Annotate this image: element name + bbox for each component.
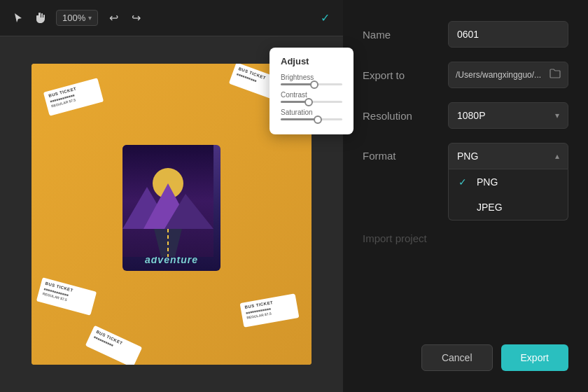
brightness-slider[interactable] <box>281 83 342 85</box>
resolution-label: Resolution <box>363 110 440 122</box>
name-value: 0601 <box>457 29 479 40</box>
name-input[interactable]: 0601 <box>448 21 568 48</box>
png-option-label: PNG <box>477 176 498 188</box>
resolution-chevron-icon: ▾ <box>555 111 559 120</box>
settings-icon[interactable]: ✓ <box>318 11 332 25</box>
export-to-label: Export to <box>363 69 440 81</box>
saturation-slider[interactable] <box>281 118 342 120</box>
export-to-input[interactable]: /Users/wangxingguo/... <box>448 62 568 88</box>
import-project-row: Import project <box>363 232 568 244</box>
zoom-control[interactable]: 100% ▾ <box>56 10 98 26</box>
png-checkmark-icon: ✓ <box>458 176 470 188</box>
contrast-row: Contrast <box>281 91 342 103</box>
adjust-panel: Adjust Brightness Contrast Saturation <box>270 48 354 134</box>
redo-icon[interactable]: ↪ <box>129 11 143 25</box>
contrast-slider[interactable] <box>281 101 342 103</box>
ticket-1: BUS TICKET ■■■■■■■■■■■■ REGULAR $7.5 <box>43 78 104 116</box>
folder-icon <box>550 69 561 81</box>
resolution-field-row: Resolution 1080P ▾ <box>363 102 568 129</box>
hand-tool-icon[interactable] <box>34 11 48 25</box>
export-button[interactable]: Export <box>501 344 568 371</box>
export-to-field-row: Export to /Users/wangxingguo/... <box>363 62 568 88</box>
center-artwork: ADventure <box>122 145 220 271</box>
saturation-row: Saturation <box>281 108 342 120</box>
format-select[interactable]: PNG ▴ <box>448 143 568 169</box>
saturation-label: Saturation <box>281 108 342 116</box>
resolution-select[interactable]: 1080P ▾ <box>448 102 568 129</box>
cancel-button[interactable]: Cancel <box>421 344 493 371</box>
format-chevron-icon: ▴ <box>555 151 559 161</box>
format-wrapper: PNG ▴ ✓ PNG JPEG <box>448 143 568 169</box>
format-dropdown-menu: ✓ PNG JPEG <box>448 169 568 220</box>
export-panel: Name 0601 Export to /Users/wangxingguo/.… <box>343 0 588 392</box>
ticket-5: BUS TICKET ■■■■■■■■■■ <box>85 326 142 365</box>
action-buttons: Cancel Export <box>421 344 568 371</box>
cursor-tool-icon[interactable] <box>11 11 25 25</box>
toolbar: 100% ▾ ↩ ↪ ✓ <box>0 0 343 36</box>
ticket-4: BUS TICKET ■■■■■■■■■■■■ REGULAR $7.5 <box>240 293 300 327</box>
name-label: Name <box>363 29 440 41</box>
export-to-value: /Users/wangxingguo/... <box>456 70 541 80</box>
contrast-label: Contrast <box>281 91 342 99</box>
format-option-jpeg[interactable]: JPEG <box>449 195 568 220</box>
import-project-label: Import project <box>363 232 440 244</box>
undo-icon[interactable]: ↩ <box>106 11 120 25</box>
name-field-row: Name 0601 <box>363 21 568 48</box>
format-value: PNG <box>457 150 478 162</box>
zoom-value: 100% <box>62 13 85 23</box>
format-label: Format <box>363 143 440 162</box>
adjust-panel-title: Adjust <box>281 56 342 66</box>
brightness-label: Brightness <box>281 74 342 81</box>
zoom-chevron-icon: ▾ <box>88 14 92 22</box>
brightness-row: Brightness <box>281 74 342 85</box>
ticket-3: BUS TICKET ■■■■■■■■■■■■ REGULAR $7.5 <box>36 277 97 316</box>
jpeg-option-label: JPEG <box>477 202 503 213</box>
format-field-row: Format PNG ▴ ✓ PNG JPEG <box>363 143 568 169</box>
format-option-png[interactable]: ✓ PNG <box>449 169 568 195</box>
resolution-value: 1080P <box>457 110 485 121</box>
